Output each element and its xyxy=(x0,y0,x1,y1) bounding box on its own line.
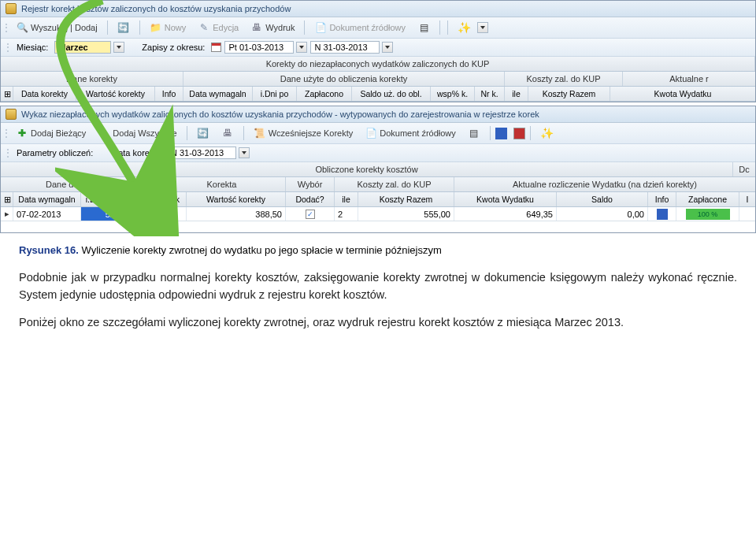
cell-kwota[interactable]: 649,35 xyxy=(454,207,557,221)
col-header[interactable]: Info xyxy=(155,87,183,101)
col-header[interactable]: Data wymagaln xyxy=(183,87,253,101)
cell-ile[interactable]: 2 xyxy=(335,207,358,221)
date-to-dropdown[interactable] xyxy=(382,42,393,53)
titlebar: Wykaz niezapłaconych wydatków zaliczonyc… xyxy=(1,106,755,123)
col-header[interactable]: Data wymagaln xyxy=(13,192,81,206)
body-paragraph-1: Podobnie jak w przypadku normalnej korek… xyxy=(0,256,756,314)
calendar-icon[interactable] xyxy=(211,43,221,52)
cell-koszty[interactable]: 555,00 xyxy=(358,207,454,221)
color-red-button[interactable] xyxy=(513,128,525,139)
cell-days[interactable]: 52 xyxy=(81,207,119,221)
col-header[interactable]: wsp% k. xyxy=(119,192,158,206)
body-paragraph-2: Poniżej okno ze szczegółami wyliczonej k… xyxy=(0,314,756,340)
month-value: Marzec xyxy=(58,43,87,52)
cell-nr[interactable]: 2 xyxy=(158,207,187,221)
cell-date[interactable]: 07-02-2013 xyxy=(13,207,81,221)
color-blue-button[interactable] xyxy=(495,128,507,139)
cell-wsp[interactable]: 70 xyxy=(119,207,158,221)
group-header[interactable]: Koszty zal. do KUP xyxy=(505,72,623,86)
source-doc-button[interactable]: 📄 Dokument źródłowy xyxy=(360,124,461,142)
col-header[interactable]: Koszty Razem xyxy=(358,192,454,206)
group-header[interactable]: Dane korekty xyxy=(1,72,183,86)
toolbar-grip[interactable] xyxy=(6,42,10,53)
source-doc-button[interactable]: 📄 Dokument źródłowy xyxy=(309,19,410,36)
search-add-button[interactable]: 🔍 Wyszukaj | Dodaj xyxy=(11,19,102,36)
date-from-dropdown[interactable] xyxy=(296,42,307,53)
col-header[interactable]: Nr k xyxy=(158,192,187,206)
col-header[interactable]: Zapłacono xyxy=(297,87,352,101)
col-header[interactable]: ile xyxy=(505,87,528,101)
col-header[interactable]: Data korekty xyxy=(13,87,76,101)
wand-icon: ✨ xyxy=(540,127,554,139)
checkbox-icon: ✓ xyxy=(306,210,315,219)
super-header-row: Korekty do niezapłaconych wydatków zalic… xyxy=(1,57,755,72)
data-row[interactable]: ▸ 07-02-2013 52 70 2 388,50 ✓ 2 555,00 6… xyxy=(1,207,755,221)
row-marker-cell[interactable]: ▸ xyxy=(1,207,13,221)
cell-value[interactable]: 388,50 xyxy=(187,207,286,221)
wand-dropdown[interactable] xyxy=(477,22,488,33)
toolbar-grip[interactable] xyxy=(6,147,10,158)
date-to-input[interactable]: N 31-03-2013 xyxy=(310,41,380,54)
col-header[interactable]: Zapłacone xyxy=(676,192,739,206)
col-header[interactable]: Wartość korekty xyxy=(76,87,155,101)
super-header: Korekty do niezapłaconych wydatków zalic… xyxy=(1,57,755,71)
col-header[interactable]: Dodać? xyxy=(286,192,335,206)
col-header[interactable]: Kwota Wydatku xyxy=(454,192,557,206)
col-header[interactable]: i.Dni po xyxy=(81,192,119,206)
col-header[interactable]: Koszty Razem xyxy=(528,87,610,101)
col-header[interactable]: i.Dni po xyxy=(253,87,297,101)
app-icon xyxy=(6,3,17,14)
toolbar-grip[interactable] xyxy=(4,128,9,139)
add-current-button[interactable]: ✚ Dodaj Bieżący xyxy=(11,124,91,142)
print-button[interactable]: 🖶 xyxy=(217,124,239,142)
edit-button[interactable]: ✎ Edycja xyxy=(193,19,243,36)
column-header-row: ⊞ Data korekty Wartość korekty Info Data… xyxy=(1,87,755,102)
col-header[interactable]: I xyxy=(739,192,755,206)
row-selector-header[interactable]: ⊞ xyxy=(1,87,13,101)
figure-number: Rysunek 16. xyxy=(19,244,79,256)
col-header[interactable]: Saldo xyxy=(557,192,648,206)
edit-icon: ✎ xyxy=(198,21,210,34)
date-dropdown[interactable] xyxy=(239,147,250,158)
toggle-button[interactable]: ▤ xyxy=(463,124,485,142)
add-all-button[interactable]: ✓ Dodaj Wszystkie xyxy=(93,124,181,142)
refresh-button[interactable]: 🔄 xyxy=(192,124,214,142)
toggle-button[interactable]: ▤ xyxy=(413,19,435,36)
group-header[interactable]: Koszty zal. do KUP xyxy=(335,177,454,191)
month-dropdown[interactable] xyxy=(113,42,124,53)
group-header[interactable]: Wybór xyxy=(286,177,335,191)
date-input[interactable]: N 31-03-2013 xyxy=(167,147,236,159)
cell-empty[interactable] xyxy=(739,207,755,221)
col-header[interactable]: wsp% k. xyxy=(431,87,475,101)
cell-info[interactable] xyxy=(648,207,676,221)
col-header[interactable]: Nr k. xyxy=(475,87,505,101)
toolbar-grip[interactable] xyxy=(4,22,9,33)
col-header[interactable]: Kwota Wydatku xyxy=(610,87,755,101)
col-header[interactable]: Saldo uż. do obl. xyxy=(352,87,431,101)
col-header[interactable]: Info xyxy=(648,192,676,206)
date-value: N 31-03-2013 xyxy=(171,148,224,158)
wand-button[interactable]: ✨ xyxy=(453,19,476,36)
month-select[interactable]: Marzec xyxy=(54,41,111,54)
super-header: Dc xyxy=(733,162,755,176)
col-header[interactable]: Wartość korekty xyxy=(187,192,286,206)
refresh-button[interactable]: 🔄 xyxy=(113,19,135,36)
prev-corrections-button[interactable]: 📜 Wcześniejsze Korekty xyxy=(249,124,358,142)
date-from-input[interactable]: Pt 01-03-2013 xyxy=(224,41,294,54)
wand-button[interactable]: ✨ xyxy=(536,124,558,142)
group-header[interactable]: Korekta xyxy=(158,177,286,191)
cell-saldo[interactable]: 0,00 xyxy=(557,207,648,221)
row-selector-header[interactable]: ⊞ xyxy=(1,192,13,206)
cell-add-checkbox[interactable]: ✓ xyxy=(286,207,335,221)
date-label: Data korekty xyxy=(109,148,164,158)
cell-progress[interactable]: 100 % xyxy=(676,207,739,221)
group-header[interactable]: Aktualne r xyxy=(623,72,755,86)
col-header[interactable]: ile xyxy=(335,192,358,206)
group-header[interactable]: Dane użyte do obliczenia korekty xyxy=(183,72,505,86)
new-button[interactable]: 📁 Nowy xyxy=(145,19,191,36)
source-doc-label: Dokument źródłowy xyxy=(380,128,456,138)
group-header[interactable]: Dane do obliczeń xyxy=(1,177,158,191)
window-title: Wykaz niezapłaconych wydatków zaliczonyc… xyxy=(21,109,539,119)
print-button[interactable]: 🖶 Wydruk xyxy=(246,19,299,36)
group-header[interactable]: Aktualne rozliczenie Wydatku (na dzień k… xyxy=(454,177,755,191)
